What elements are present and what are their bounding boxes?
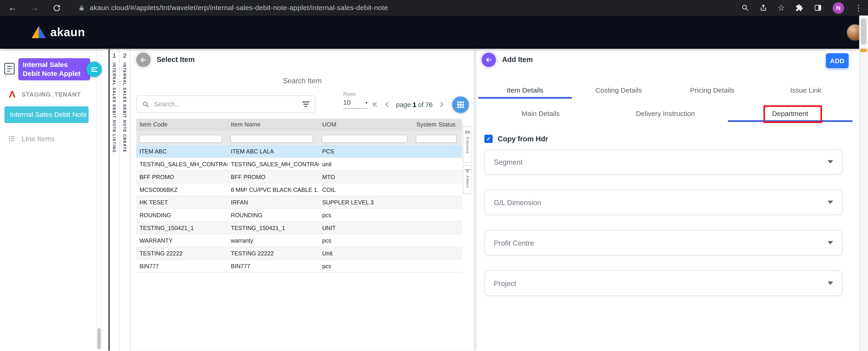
- table-row[interactable]: TESTING_150421_1TESTING_150421_1UNIT: [136, 222, 462, 234]
- table-row[interactable]: BFF PROMOBFF PROMOMTO: [136, 171, 462, 183]
- add-item-panel: Add Item ADD Item Details Costing Detail…: [477, 49, 855, 351]
- caret-down-icon: ▾: [365, 100, 368, 105]
- sidebar-item-line-items[interactable]: Line Items: [8, 135, 55, 143]
- profile-avatar[interactable]: N: [833, 2, 844, 13]
- filter-input-uom[interactable]: [321, 135, 407, 143]
- dropdown-gl-dimension[interactable]: G/L Dimension: [485, 189, 843, 215]
- table-header-uom[interactable]: UOM: [319, 119, 413, 131]
- filter-input-item-name[interactable]: [230, 135, 313, 143]
- arrow-left-icon: [485, 56, 493, 64]
- browser-chrome: ← → akaun.cloud/#/applets/tnt/wavelet/er…: [0, 0, 868, 16]
- table-row[interactable]: TESTING_SALES_MH_CONTRACTTESTING_SALES_M…: [136, 158, 462, 171]
- columns-tab-label: Columns: [466, 137, 469, 154]
- applet-row: Internal Sales Debit Note Applet: [0, 58, 105, 80]
- dropdown-profit-centre[interactable]: Profit Centre: [485, 230, 843, 256]
- brand-name: akaun: [51, 25, 85, 39]
- table-cell: warranty: [227, 237, 319, 244]
- next-page-button[interactable]: [437, 100, 446, 109]
- sidebar-item-module[interactable]: Internal Sales Debit Note: [4, 106, 88, 123]
- search-icon[interactable]: [741, 4, 749, 12]
- workspace-tab-number: 1: [110, 52, 119, 59]
- filter-list-icon[interactable]: [302, 101, 310, 107]
- dropdown-label: Project: [494, 279, 516, 287]
- first-page-button[interactable]: [371, 100, 379, 109]
- tenant-icon: [8, 90, 17, 99]
- browser-forward-button[interactable]: →: [30, 0, 39, 16]
- dropdown-label: Segment: [494, 157, 523, 166]
- workspace-tab-create[interactable]: 2 INTERNAL SALES DEBIT NOTE CREATE: [120, 49, 130, 351]
- dropdown-segment[interactable]: Segment: [485, 149, 843, 174]
- search-icon: [142, 100, 150, 108]
- columns-side-tab[interactable]: Columns: [463, 126, 472, 163]
- table-cell: HK TESET: [136, 199, 227, 206]
- tab-issue-link[interactable]: Issue Link: [759, 83, 853, 99]
- prev-page-button[interactable]: [383, 100, 391, 109]
- grid-view-button[interactable]: [452, 96, 469, 113]
- table-cell: TESTING_SALES_MH_CONTRACT: [136, 161, 227, 167]
- table-row[interactable]: BIN777BIN777pcs: [136, 260, 462, 273]
- workspace-tab-listing[interactable]: 1 INTERNAL SALES DEBIT NOTE LISTING: [108, 49, 120, 351]
- columns-icon: [465, 130, 470, 135]
- search-input[interactable]: [154, 100, 298, 108]
- table-header-item-code[interactable]: Item Code: [136, 119, 227, 131]
- panel-title: Add Item: [502, 55, 533, 64]
- copy-from-hdr-label: Copy from Hdr: [498, 135, 548, 143]
- bookmark-star-icon[interactable]: ☆: [778, 3, 785, 13]
- share-icon[interactable]: [759, 4, 767, 12]
- active-tab-underline: [478, 97, 572, 98]
- tab-pricing-details[interactable]: Pricing Details: [665, 83, 759, 99]
- browser-reload-button[interactable]: [53, 4, 61, 12]
- extensions-puzzle-icon[interactable]: [796, 4, 803, 12]
- chrome-actions: ☆ N ⋮: [741, 2, 863, 13]
- rows-select[interactable]: 10 ▾: [343, 98, 368, 109]
- workspace-tab-number: 2: [120, 52, 130, 59]
- table-cell: BFF PROMO: [136, 174, 227, 180]
- table-body: ITEM ABCITEM ABC LALAPCSTESTING_SALES_MH…: [136, 145, 462, 272]
- sidebar: Internal Sales Debit Note Applet STAGING…: [0, 49, 96, 351]
- address-bar[interactable]: akaun.cloud/#/applets/tnt/wavelet/erp/in…: [79, 4, 388, 12]
- side-panel-icon[interactable]: [814, 4, 822, 12]
- page-scrollbar-thumb[interactable]: [861, 18, 866, 45]
- dropdown-project[interactable]: Project: [485, 270, 843, 296]
- table-row[interactable]: MCSC006BKZ6 MM² CU/PVC BLACK CABLE 1...C…: [136, 183, 462, 196]
- applet-menu-button[interactable]: [86, 61, 102, 77]
- akaun-logo[interactable]: akaun: [32, 25, 85, 39]
- table-header-item-name[interactable]: Item Name: [227, 119, 319, 131]
- table-row[interactable]: WARRANTYwarrantypcs: [136, 234, 462, 247]
- filters-side-tab[interactable]: Filters: [463, 165, 472, 194]
- filter-funnel-icon: [465, 169, 470, 174]
- akaun-logo-icon: [32, 26, 46, 38]
- table-header-system-status[interactable]: System Status: [413, 119, 462, 131]
- workspace-tab-label: INTERNAL SALES DEBIT NOTE CREATE: [123, 63, 127, 153]
- table-row[interactable]: HK TESETIRFANSUPPLER LEVEL 3: [136, 196, 462, 209]
- table-header-row: Item Code Item Name UOM System Status: [136, 119, 462, 131]
- table-cell: 6 MM² CU/PVC BLACK CABLE 1...: [227, 186, 319, 193]
- sidebar-scrollbar[interactable]: [96, 49, 102, 351]
- subtab-delivery-instruction[interactable]: Delivery Instruction: [603, 106, 728, 122]
- tab-item-details[interactable]: Item Details: [478, 83, 572, 99]
- page-scrollbar[interactable]: [859, 16, 868, 351]
- table-row[interactable]: ROUNDINGROUNDINGpcs: [136, 209, 462, 222]
- copy-from-hdr-checkbox[interactable]: [485, 135, 493, 143]
- sidebar-item-applet[interactable]: Internal Sales Debit Note Applet: [18, 58, 90, 80]
- back-button[interactable]: [482, 53, 496, 67]
- table-row[interactable]: TESTING 22222TESTING 22222Unit: [136, 247, 462, 260]
- tab-costing-details[interactable]: Costing Details: [572, 83, 665, 99]
- table-cell: UNIT: [319, 225, 413, 231]
- table-cell: PCS: [319, 148, 413, 154]
- table-cell: TESTING_SALES_MH_CONTRACT: [227, 161, 319, 167]
- table-cell: IRFAN: [227, 199, 319, 206]
- add-button[interactable]: ADD: [826, 53, 848, 68]
- sidebar-scrollbar-thumb[interactable]: [97, 328, 101, 349]
- table-cell: Unit: [319, 250, 413, 257]
- filter-input-system-status[interactable]: [416, 135, 457, 143]
- browser-menu-icon[interactable]: ⋮: [855, 3, 863, 12]
- table-row[interactable]: ITEM ABCITEM ABC LALAPCS: [136, 145, 462, 158]
- filter-input-item-code[interactable]: [139, 135, 222, 143]
- subtab-main-details[interactable]: Main Details: [478, 106, 603, 122]
- list-icon: [8, 135, 16, 143]
- back-button[interactable]: [136, 53, 151, 67]
- sidebar-item-tenant[interactable]: STAGING_TENANT: [8, 90, 81, 99]
- screen: ← → akaun.cloud/#/applets/tnt/wavelet/er…: [0, 0, 868, 351]
- browser-back-button[interactable]: ←: [8, 0, 17, 16]
